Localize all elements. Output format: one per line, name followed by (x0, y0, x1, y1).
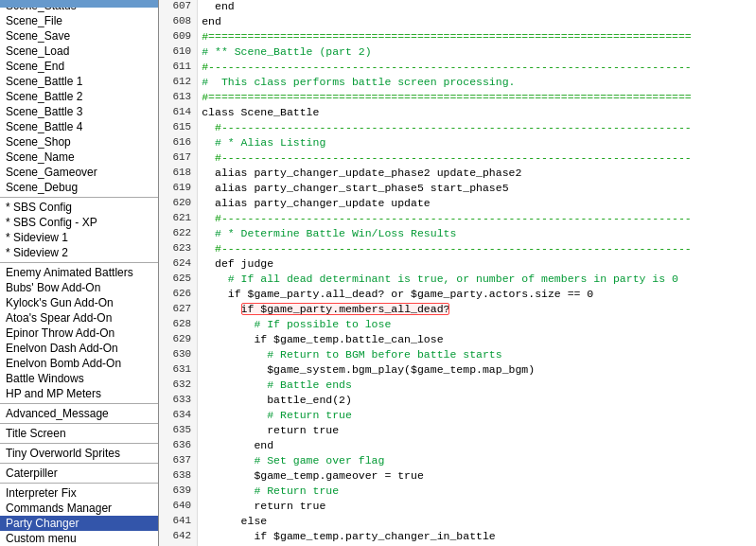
sidebar-item[interactable]: Scene_Name (0, 150, 158, 165)
sidebar-item[interactable]: Scene_Gameover (0, 165, 158, 180)
code-row[interactable]: 607 end (159, 0, 756, 15)
sidebar-item[interactable]: Commands Manager (0, 501, 158, 516)
sidebar-item[interactable]: Atoa's Spear Add-On (0, 310, 158, 326)
sidebar-item[interactable]: * SBS Config - XP (0, 215, 158, 230)
sidebar-item[interactable]: * Sideview 1 (0, 230, 158, 245)
code-row[interactable]: 631 $game_system.bgm_play($game_temp.map… (159, 363, 756, 379)
code-row[interactable]: 624 def judge (159, 257, 756, 273)
code-row[interactable]: 622 # * Determine Battle Win/Loss Result… (159, 227, 756, 242)
sidebar-item[interactable]: Enemy Animated Battlers (0, 265, 158, 280)
sidebar-item[interactable]: Scene_File (0, 13, 158, 28)
code-editor[interactable]: 607 end608end609#=======================… (159, 0, 756, 546)
sidebar-item[interactable]: HP and MP Meters (0, 386, 158, 401)
line-number: 613 (159, 91, 198, 106)
code-row[interactable]: 616 # * Alias Listing (159, 136, 756, 151)
code-row[interactable]: 639 # Return true (159, 484, 756, 500)
code-row[interactable]: 630 # Return to BGM before battle starts (159, 348, 756, 363)
sidebar-item[interactable]: Scene_Battle 2 (0, 89, 158, 104)
sidebar-item[interactable]: Party Changer (0, 516, 158, 531)
line-code: return true (198, 500, 756, 515)
line-number: 616 (159, 136, 198, 151)
code-row[interactable]: 609#====================================… (159, 30, 756, 45)
line-number: 617 (159, 151, 198, 167)
line-code: # If all dead determinant is true, or nu… (198, 273, 756, 288)
code-table: 607 end608end609#=======================… (159, 0, 756, 546)
code-row[interactable]: 617 #-----------------------------------… (159, 151, 756, 167)
sidebar: Scene_StatusScene_FileScene_SaveScene_Lo… (0, 0, 159, 546)
line-code: $game_system.bgm_play($game_temp.map_bgm… (198, 363, 756, 379)
code-row[interactable]: 629 if $game_temp.battle_can_lose (159, 333, 756, 348)
code-row[interactable]: 635 return true (159, 424, 756, 439)
code-row[interactable]: 626 if $game_party.all_dead? or $game_pa… (159, 288, 756, 303)
code-row[interactable]: 641 else (159, 515, 756, 530)
code-row[interactable]: 623 #-----------------------------------… (159, 242, 756, 257)
code-row[interactable]: 640 return true (159, 500, 756, 515)
line-code: #---------------------------------------… (198, 212, 756, 227)
code-row[interactable]: 615 #-----------------------------------… (159, 121, 756, 136)
sidebar-item[interactable]: Scene_Battle 3 (0, 104, 158, 119)
sidebar-item[interactable]: Tiny Overworld Sprites (0, 446, 158, 461)
line-code: #---------------------------------------… (198, 242, 756, 257)
line-code: # * Determine Battle Win/Loss Results (198, 227, 756, 242)
sidebar-item[interactable]: Battle Windows (0, 371, 158, 386)
code-row[interactable]: 628 # If possible to lose (159, 318, 756, 333)
line-number: 607 (159, 0, 198, 15)
line-code: else (198, 515, 756, 530)
code-row[interactable]: 636 end (159, 439, 756, 454)
line-code: end (198, 0, 756, 15)
sidebar-item[interactable]: Enelvon Bomb Add-On (0, 356, 158, 371)
code-row[interactable]: 620 alias party_changer_update update (159, 197, 756, 212)
code-row[interactable]: 608end (159, 15, 756, 30)
code-row[interactable]: 613#====================================… (159, 91, 756, 106)
line-code: #---------------------------------------… (198, 121, 756, 136)
line-number: 615 (159, 121, 198, 136)
sidebar-item[interactable]: Bubs' Bow Add-On (0, 280, 158, 295)
code-row[interactable]: 627 if $game_party.members_all_dead? (159, 303, 756, 318)
sidebar-item[interactable]: * Sideview 2 (0, 245, 158, 260)
code-row[interactable]: 621 #-----------------------------------… (159, 212, 756, 227)
sidebar-divider (0, 403, 158, 404)
code-row[interactable]: 637 # Set game over flag (159, 454, 756, 469)
sidebar-item[interactable]: Kylock's Gun Add-On (0, 295, 158, 310)
line-number: 641 (159, 515, 198, 530)
sidebar-item[interactable]: Caterpiller (0, 466, 158, 481)
sidebar-item[interactable]: Scene_Debug (0, 180, 158, 195)
code-row[interactable]: 634 # Return true (159, 409, 756, 424)
sidebar-item[interactable]: Scene_Save (0, 28, 158, 44)
sidebar-item[interactable]: Epinor Throw Add-On (0, 326, 158, 341)
code-row[interactable]: 612# This class performs battle screen p… (159, 76, 756, 91)
line-code: alias party_changer_update update (198, 197, 756, 212)
line-number: 630 (159, 348, 198, 363)
sidebar-item[interactable]: Enelvon Dash Add-On (0, 341, 158, 356)
line-code: # ** Scene_Battle (part 2) (198, 45, 756, 61)
line-number: 634 (159, 409, 198, 424)
code-row[interactable]: 642 if $game_temp.party_changer_in_battl… (159, 530, 756, 545)
sidebar-item[interactable]: Scene_Battle 1 (0, 74, 158, 89)
line-number: 638 (159, 469, 198, 484)
sidebar-item[interactable]: Interpreter Fix (0, 485, 158, 501)
code-row[interactable]: 632 # Battle ends (159, 379, 756, 394)
sidebar-item[interactable]: * SBS Config (0, 200, 158, 215)
code-row[interactable]: 625 # If all dead determinant is true, o… (159, 273, 756, 288)
code-row[interactable]: 618 alias party_changer_update_phase2 up… (159, 167, 756, 182)
sidebar-item[interactable]: Scene_End (0, 59, 158, 74)
sidebar-divider (0, 197, 158, 198)
code-row[interactable]: 633 battle_end(2) (159, 394, 756, 409)
sidebar-list[interactable]: Scene_StatusScene_FileScene_SaveScene_Lo… (0, 8, 158, 546)
sidebar-item[interactable]: Scene_Battle 4 (0, 119, 158, 134)
sidebar-item[interactable]: Scene_Shop (0, 134, 158, 150)
code-row[interactable]: 611#------------------------------------… (159, 61, 756, 76)
line-code: end (198, 439, 756, 454)
sidebar-item[interactable]: Advanced_Message (0, 406, 158, 421)
line-code: #=======================================… (198, 91, 756, 106)
sidebar-title (0, 0, 158, 8)
code-row[interactable]: 619 alias party_changer_start_phase5 sta… (159, 182, 756, 197)
sidebar-item[interactable]: Custom menu (0, 531, 158, 546)
line-number: 635 (159, 424, 198, 439)
code-row[interactable]: 614class Scene_Battle (159, 106, 756, 121)
sidebar-item[interactable]: Title Screen (0, 426, 158, 441)
sidebar-item[interactable]: Scene_Load (0, 44, 158, 59)
code-row[interactable]: 638 $game_temp.gameover = true (159, 469, 756, 484)
line-number: 623 (159, 242, 198, 257)
code-row[interactable]: 610# ** Scene_Battle (part 2) (159, 45, 756, 61)
